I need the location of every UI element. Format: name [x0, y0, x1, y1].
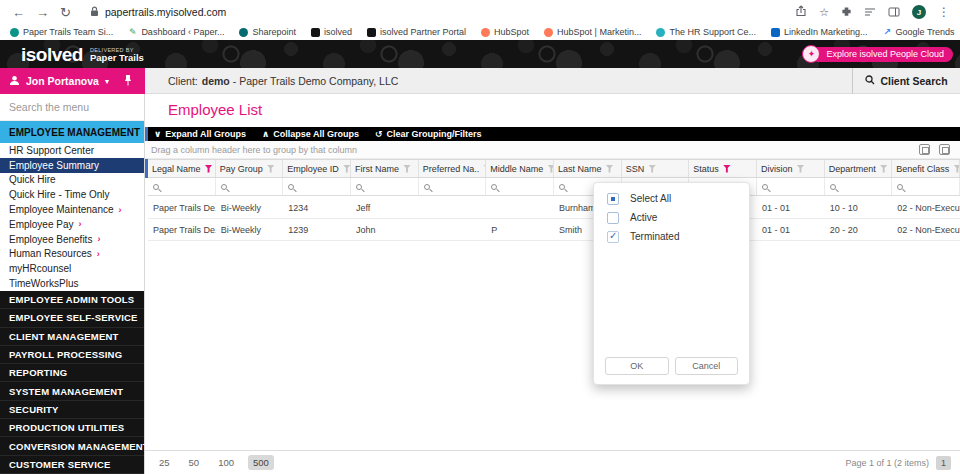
filter-funnel-icon[interactable] [648, 165, 656, 173]
pin-icon[interactable] [123, 74, 133, 88]
share-icon[interactable] [795, 3, 807, 21]
column-header-middle-name[interactable]: Middle Name [486, 160, 554, 177]
bookmark-paper-trails-team-si[interactable]: Paper Trails Team Si... [10, 27, 113, 37]
sidebar-section-security[interactable]: SECURITY [0, 401, 144, 419]
bookmark-hubspot[interactable]: HubSpot [481, 27, 529, 37]
sidebar-item-hr-support-center[interactable]: HR Support Center [0, 143, 144, 158]
filter-funnel-icon[interactable] [723, 165, 731, 173]
column-header-status[interactable]: Status [689, 160, 757, 177]
sidebar-item-employee-benefits[interactable]: Employee Benefits› [0, 232, 144, 247]
sidebar-section-system-management[interactable]: SYSTEM MANAGEMENT [0, 382, 144, 400]
address-bar[interactable]: papertrails.myisolved.com [90, 3, 226, 21]
bookmark-sharepoint[interactable]: Sharepoint [239, 27, 296, 37]
expand-all-groups-button[interactable]: ∨Expand All Groups [154, 129, 246, 139]
extensions-icon[interactable] [841, 3, 852, 21]
bookmark-google-trends[interactable]: ↗Google Trends [883, 27, 955, 37]
filter-funnel-icon[interactable] [403, 165, 411, 173]
column-header-last-name[interactable]: Last Name [554, 160, 622, 177]
sidebar-item-quick-hire-time-only[interactable]: Quick Hire - Time Only [0, 187, 144, 202]
filter-funnel-icon[interactable] [547, 165, 554, 173]
column-header-legal-name[interactable]: Legal Name [148, 160, 216, 177]
back-icon[interactable]: ← [12, 6, 25, 19]
checkbox-indeterminate-icon[interactable] [607, 193, 619, 205]
filter-funnel-icon[interactable] [267, 165, 275, 173]
export-icon[interactable] [919, 144, 930, 155]
page-size-100[interactable]: 100 [213, 455, 239, 470]
column-header-employee-id[interactable]: Employee ID [283, 160, 351, 177]
column-filter-input-division[interactable] [757, 178, 825, 195]
sidebar-section-employee-admin-tools[interactable]: EMPLOYEE ADMIN TOOLS [0, 291, 144, 309]
column-chooser-icon[interactable] [939, 144, 950, 155]
sidebar-section-payroll-processing[interactable]: PAYROLL PROCESSING [0, 346, 144, 364]
sidebar-item-employee-summary[interactable]: Employee Summary [0, 158, 144, 173]
bookmark-isolved-partner-portal[interactable]: isolved Partner Portal [367, 27, 466, 37]
bookmark-hubspot-marketin[interactable]: HubSpot | Marketin... [544, 27, 641, 37]
ok-button[interactable]: OK [605, 357, 669, 375]
bookmark-dashboard-paper[interactable]: ✎Dashboard ‹ Paper... [128, 27, 224, 37]
checkbox-checked-icon[interactable] [607, 231, 619, 243]
sidebar-section-conversion-management[interactable]: CONVERSION MANAGEMENT [0, 437, 144, 455]
filter-funnel-icon[interactable] [953, 165, 960, 173]
sidebar-section-employee-self-service[interactable]: EMPLOYEE SELF-SERVICE [0, 309, 144, 327]
sidebar-section-client-management[interactable]: CLIENT MANAGEMENT [0, 328, 144, 346]
sidebar-section-production-utilities[interactable]: PRODUCTION UTILITIES [0, 419, 144, 437]
cancel-button[interactable]: Cancel [675, 357, 739, 375]
table-row[interactable]: Paper Trails De..Bi-Weekly1234JeffBurnha… [148, 197, 960, 219]
filter-option-terminated[interactable]: Terminated [607, 230, 736, 243]
column-filter-input-benefit-class[interactable] [892, 178, 960, 195]
bookmark-the-hr-support-ce[interactable]: The HR Support Ce... [656, 27, 756, 37]
clear-grouping-filters-button[interactable]: ↺Clear Grouping/Filters [375, 129, 482, 139]
column-filter-input-preferred-na[interactable] [419, 178, 487, 195]
sidebar-item-myhrcounsel[interactable]: myHRcounsel [0, 261, 144, 276]
column-header-pay-group[interactable]: Pay Group [216, 160, 284, 177]
url-text[interactable]: papertrails.myisolved.com [105, 6, 226, 18]
current-page-button[interactable]: 1 [936, 456, 951, 470]
collapse-all-groups-button[interactable]: ∧Collapse All Groups [262, 129, 359, 139]
sidebar-item-timeworksplus[interactable]: TimeWorksPlus [0, 276, 144, 291]
column-filter-input-department[interactable] [825, 178, 893, 195]
menu-search-input[interactable]: Search the menu [0, 94, 144, 121]
page-size-500[interactable]: 500 [248, 455, 274, 470]
sidebar-section-reporting[interactable]: REPORTING [0, 364, 144, 382]
reload-icon[interactable]: ↻ [60, 6, 71, 19]
column-header-ssn[interactable]: SSN [622, 160, 690, 177]
sidebar-section-customer-service[interactable]: CUSTOMER SERVICE [0, 456, 144, 474]
side-panel-icon[interactable] [888, 3, 900, 21]
reading-list-icon[interactable] [864, 3, 876, 21]
sidebar-item-quick-hire[interactable]: Quick Hire [0, 173, 144, 188]
group-by-bar[interactable]: Drag a column header here to group by th… [145, 141, 960, 159]
sidebar-section-employee-management[interactable]: EMPLOYEE MANAGEMENT [0, 121, 144, 143]
column-filter-input-employee-id[interactable] [283, 178, 351, 195]
profile-avatar[interactable]: J [912, 5, 926, 19]
column-header-department[interactable]: Department [825, 160, 893, 177]
checkbox-unchecked-icon[interactable] [607, 212, 619, 224]
browser-menu-icon[interactable]: ⋮ [938, 5, 950, 19]
filter-option-active[interactable]: Active [607, 211, 736, 224]
column-header-preferred-na[interactable]: Preferred Na.. [419, 160, 487, 177]
filter-funnel-icon[interactable] [606, 165, 614, 173]
column-header-division[interactable]: Division [757, 160, 825, 177]
sidebar-item-human-resources[interactable]: Human Resources› [0, 247, 144, 262]
sidebar-item-employee-pay[interactable]: Employee Pay› [0, 217, 144, 232]
column-filter-input-pay-group[interactable] [216, 178, 284, 195]
forward-icon[interactable]: → [36, 6, 49, 19]
column-header-first-name[interactable]: First Name [351, 160, 419, 177]
page-size-25[interactable]: 25 [154, 455, 175, 470]
filter-funnel-icon[interactable] [797, 165, 805, 173]
user-menu[interactable]: Jon Portanova ▾ [0, 68, 145, 94]
filter-funnel-icon[interactable] [343, 165, 351, 173]
filter-option-select-all[interactable]: Select All [607, 192, 736, 205]
sidebar-item-employee-maintenance[interactable]: Employee Maintenance› [0, 202, 144, 217]
filter-funnel-icon[interactable] [880, 165, 888, 173]
column-filter-input-first-name[interactable] [351, 178, 419, 195]
client-search-button[interactable]: Client Search [852, 68, 960, 94]
page-size-50[interactable]: 50 [184, 455, 205, 470]
filter-funnel-icon[interactable] [205, 165, 213, 173]
bookmark-isolved[interactable]: isolved [311, 27, 352, 37]
bookmark-star-icon[interactable]: ☆ [819, 6, 829, 19]
bookmark-linkedin-marketing[interactable]: LinkedIn Marketing... [771, 27, 868, 37]
explore-people-cloud-badge[interactable]: ✦ Explore isolved People Cloud [811, 47, 953, 62]
table-row[interactable]: Paper Trails De..Bi-Weekly1239JohnPSmith… [148, 219, 960, 241]
column-filter-input-legal-name[interactable] [148, 178, 216, 195]
column-header-benefit-class[interactable]: Benefit Class [892, 160, 960, 177]
